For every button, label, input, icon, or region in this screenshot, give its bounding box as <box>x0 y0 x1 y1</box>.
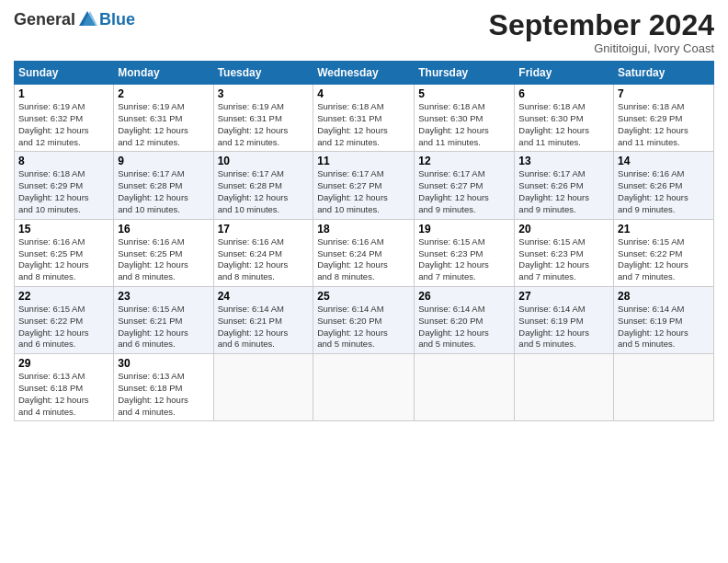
calendar-cell: 15Sunrise: 6:16 AMSunset: 6:25 PMDayligh… <box>15 219 114 286</box>
day-number: 21 <box>618 223 710 236</box>
calendar-cell: 27Sunrise: 6:14 AMSunset: 6:19 PMDayligh… <box>515 286 614 353</box>
calendar-cell: 6Sunrise: 6:18 AMSunset: 6:30 PMDaylight… <box>515 85 614 152</box>
calendar-week-row: 29Sunrise: 6:13 AMSunset: 6:18 PMDayligh… <box>15 354 714 421</box>
calendar-cell: 17Sunrise: 6:16 AMSunset: 6:24 PMDayligh… <box>213 219 313 286</box>
day-number: 5 <box>418 87 510 100</box>
cell-content: Sunrise: 6:16 AMSunset: 6:25 PMDaylight:… <box>18 236 109 283</box>
day-number: 24 <box>218 290 310 303</box>
cell-content: Sunrise: 6:17 AMSunset: 6:27 PMDaylight:… <box>418 168 510 215</box>
cell-content: Sunrise: 6:19 AMSunset: 6:31 PMDaylight:… <box>218 101 310 148</box>
day-number: 14 <box>618 155 710 167</box>
calendar-cell: 11Sunrise: 6:17 AMSunset: 6:27 PMDayligh… <box>313 152 415 219</box>
cell-content: Sunrise: 6:16 AMSunset: 6:24 PMDaylight:… <box>218 236 310 283</box>
cell-content: Sunrise: 6:13 AMSunset: 6:18 PMDaylight:… <box>18 371 109 418</box>
cell-content: Sunrise: 6:18 AMSunset: 6:30 PMDaylight:… <box>518 101 609 148</box>
calendar-cell: 16Sunrise: 6:16 AMSunset: 6:25 PMDayligh… <box>114 219 213 286</box>
day-number: 18 <box>317 223 410 236</box>
calendar-cell: 9Sunrise: 6:17 AMSunset: 6:28 PMDaylight… <box>114 152 213 219</box>
logo: General Blue <box>14 9 135 29</box>
calendar-cell: 23Sunrise: 6:15 AMSunset: 6:21 PMDayligh… <box>114 286 213 353</box>
calendar-cell: 28Sunrise: 6:14 AMSunset: 6:19 PMDayligh… <box>614 286 714 353</box>
day-number: 17 <box>218 223 310 236</box>
calendar-cell <box>213 354 313 421</box>
day-number: 20 <box>518 223 609 236</box>
calendar-cell: 5Sunrise: 6:18 AMSunset: 6:30 PMDaylight… <box>415 85 515 152</box>
calendar-week-row: 1Sunrise: 6:19 AMSunset: 6:32 PMDaylight… <box>15 85 714 152</box>
day-number: 7 <box>618 87 710 100</box>
calendar-day-header: Thursday <box>415 62 515 85</box>
calendar-header-row: SundayMondayTuesdayWednesdayThursdayFrid… <box>15 62 714 85</box>
calendar-cell: 4Sunrise: 6:18 AMSunset: 6:31 PMDaylight… <box>313 85 415 152</box>
day-number: 11 <box>317 155 410 167</box>
calendar-day-header: Saturday <box>614 62 714 85</box>
header: General Blue September 2024 Gnititoigui,… <box>14 9 714 55</box>
calendar-body: 1Sunrise: 6:19 AMSunset: 6:32 PMDaylight… <box>15 85 714 421</box>
day-number: 26 <box>418 290 510 303</box>
day-number: 6 <box>518 87 609 100</box>
day-number: 25 <box>317 290 410 303</box>
cell-content: Sunrise: 6:17 AMSunset: 6:28 PMDaylight:… <box>218 168 310 215</box>
calendar-cell: 19Sunrise: 6:15 AMSunset: 6:23 PMDayligh… <box>415 219 515 286</box>
calendar-cell: 26Sunrise: 6:14 AMSunset: 6:20 PMDayligh… <box>415 286 515 353</box>
day-number: 15 <box>18 223 109 236</box>
calendar-cell: 10Sunrise: 6:17 AMSunset: 6:28 PMDayligh… <box>213 152 313 219</box>
cell-content: Sunrise: 6:16 AMSunset: 6:26 PMDaylight:… <box>618 168 710 215</box>
cell-content: Sunrise: 6:19 AMSunset: 6:31 PMDaylight:… <box>118 101 209 148</box>
calendar-cell: 8Sunrise: 6:18 AMSunset: 6:29 PMDaylight… <box>15 152 114 219</box>
logo-blue: Blue <box>99 10 135 29</box>
cell-content: Sunrise: 6:14 AMSunset: 6:19 PMDaylight:… <box>518 304 609 350</box>
day-number: 3 <box>218 87 310 100</box>
calendar-cell: 29Sunrise: 6:13 AMSunset: 6:18 PMDayligh… <box>15 354 114 421</box>
calendar-cell: 24Sunrise: 6:14 AMSunset: 6:21 PMDayligh… <box>213 286 313 353</box>
calendar-cell: 30Sunrise: 6:13 AMSunset: 6:18 PMDayligh… <box>114 354 213 421</box>
calendar-cell: 12Sunrise: 6:17 AMSunset: 6:27 PMDayligh… <box>415 152 515 219</box>
month-title: September 2024 <box>489 9 714 41</box>
cell-content: Sunrise: 6:18 AMSunset: 6:29 PMDaylight:… <box>618 101 710 148</box>
calendar-day-header: Monday <box>114 62 213 85</box>
day-number: 4 <box>317 87 410 100</box>
day-number: 27 <box>518 290 609 303</box>
day-number: 16 <box>118 223 209 236</box>
calendar-day-header: Friday <box>515 62 614 85</box>
cell-content: Sunrise: 6:17 AMSunset: 6:28 PMDaylight:… <box>118 168 209 215</box>
cell-content: Sunrise: 6:15 AMSunset: 6:21 PMDaylight:… <box>118 304 209 350</box>
day-number: 30 <box>118 357 209 370</box>
calendar-day-header: Sunday <box>15 62 114 85</box>
cell-content: Sunrise: 6:19 AMSunset: 6:32 PMDaylight:… <box>18 101 109 148</box>
calendar-cell <box>515 354 614 421</box>
calendar-cell <box>614 354 714 421</box>
calendar-cell <box>415 354 515 421</box>
day-number: 29 <box>18 357 109 370</box>
calendar-week-row: 15Sunrise: 6:16 AMSunset: 6:25 PMDayligh… <box>15 219 714 286</box>
calendar-day-header: Tuesday <box>213 62 313 85</box>
cell-content: Sunrise: 6:17 AMSunset: 6:27 PMDaylight:… <box>317 168 410 215</box>
logo-general: General <box>14 10 75 29</box>
cell-content: Sunrise: 6:13 AMSunset: 6:18 PMDaylight:… <box>118 371 209 418</box>
cell-content: Sunrise: 6:14 AMSunset: 6:21 PMDaylight:… <box>218 304 310 350</box>
cell-content: Sunrise: 6:14 AMSunset: 6:19 PMDaylight:… <box>618 304 710 350</box>
cell-content: Sunrise: 6:16 AMSunset: 6:24 PMDaylight:… <box>317 236 410 283</box>
calendar-cell: 7Sunrise: 6:18 AMSunset: 6:29 PMDaylight… <box>614 85 714 152</box>
calendar-cell: 18Sunrise: 6:16 AMSunset: 6:24 PMDayligh… <box>313 219 415 286</box>
calendar-day-header: Wednesday <box>313 62 415 85</box>
day-number: 28 <box>618 290 710 303</box>
location: Gnititoigui, Ivory Coast <box>489 41 714 55</box>
cell-content: Sunrise: 6:14 AMSunset: 6:20 PMDaylight:… <box>418 304 510 350</box>
calendar-cell: 21Sunrise: 6:15 AMSunset: 6:22 PMDayligh… <box>614 219 714 286</box>
cell-content: Sunrise: 6:17 AMSunset: 6:26 PMDaylight:… <box>518 168 609 215</box>
calendar-cell: 2Sunrise: 6:19 AMSunset: 6:31 PMDaylight… <box>114 85 213 152</box>
cell-content: Sunrise: 6:14 AMSunset: 6:20 PMDaylight:… <box>317 304 410 350</box>
cell-content: Sunrise: 6:16 AMSunset: 6:25 PMDaylight:… <box>118 236 209 283</box>
cell-content: Sunrise: 6:15 AMSunset: 6:22 PMDaylight:… <box>18 304 109 350</box>
title-block: September 2024 Gnititoigui, Ivory Coast <box>489 9 714 55</box>
cell-content: Sunrise: 6:18 AMSunset: 6:31 PMDaylight:… <box>317 101 410 148</box>
calendar-table: SundayMondayTuesdayWednesdayThursdayFrid… <box>14 61 714 421</box>
calendar-cell: 20Sunrise: 6:15 AMSunset: 6:23 PMDayligh… <box>515 219 614 286</box>
calendar-week-row: 22Sunrise: 6:15 AMSunset: 6:22 PMDayligh… <box>15 286 714 353</box>
day-number: 12 <box>418 155 510 167</box>
day-number: 8 <box>18 155 109 167</box>
day-number: 10 <box>218 155 310 167</box>
cell-content: Sunrise: 6:15 AMSunset: 6:23 PMDaylight:… <box>518 236 609 283</box>
day-number: 2 <box>118 87 209 100</box>
calendar-cell: 25Sunrise: 6:14 AMSunset: 6:20 PMDayligh… <box>313 286 415 353</box>
